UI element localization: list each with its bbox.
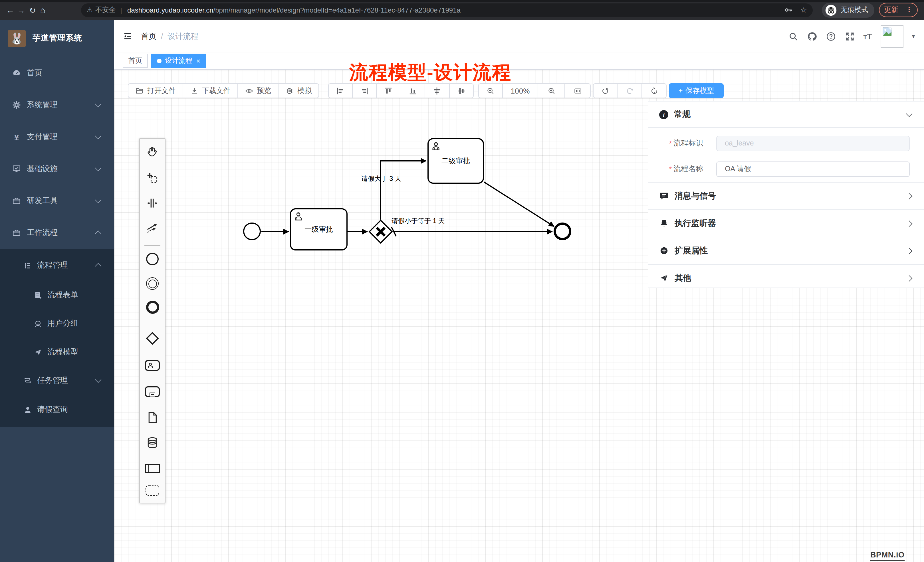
tab-close-icon[interactable]: × [196,57,200,64]
bell-icon [659,219,669,228]
address-bar[interactable]: ⚠ 不安全 | dashboard.yudao.iocoder.cn/bpm/m… [81,3,813,17]
hand-tool[interactable] [145,145,160,160]
sidebar-item-task-mgmt[interactable]: 任务管理 [0,366,114,395]
folder-icon [135,87,144,95]
create-participant[interactable] [145,461,160,476]
create-user-task[interactable] [145,358,160,373]
search-icon[interactable] [788,31,798,41]
process-name-input[interactable] [716,161,910,177]
sidebar-item-devtools[interactable]: 研发工具 [0,185,114,217]
create-start-event[interactable] [145,252,160,267]
font-size-icon[interactable]: TT [863,32,872,40]
sidebar-item-process-form[interactable]: 流程表单 [0,281,114,309]
global-connect-tool[interactable] [145,220,160,235]
create-gateway[interactable] [145,331,160,346]
flow-label-gt3[interactable]: 请假大于 3 天 [361,175,402,183]
gateway-icon [146,332,159,345]
breadcrumb-home[interactable]: 首页 [141,31,156,41]
github-icon[interactable] [807,31,817,41]
help-icon[interactable] [825,31,836,41]
user-icon [23,405,32,414]
create-group[interactable] [145,483,160,498]
bpmn-io-logo[interactable]: BPMN.iO [870,551,904,561]
general-fields: * 流程标识 * 流程名称 [648,128,924,182]
save-model-button[interactable]: + 保存模型 [669,83,724,98]
bookmark-star-icon[interactable]: ☆ [801,6,807,14]
tab-design-process[interactable]: 设计流程 × [151,54,206,68]
create-end-event[interactable] [145,300,160,315]
browser-back-icon[interactable]: ← [5,5,15,15]
bpmn-canvas[interactable]: 打开文件 下载文件 预览 模拟 [114,70,924,562]
space-tool-icon [146,197,159,210]
zoom-in-button[interactable] [538,83,565,98]
lasso-icon [146,172,159,184]
app-title: 芋道管理系统 [33,33,82,43]
security-label[interactable]: 不安全 [95,5,116,15]
task-node-level2[interactable]: 二级审批 [428,138,484,184]
avatar[interactable] [880,25,903,48]
sidebar-item-workflow[interactable]: 工作流程 [0,217,114,249]
lasso-tool[interactable] [145,171,160,186]
sidebar-item-infra[interactable]: 基础设施 [0,153,114,185]
workflow-submenu: 流程管理 流程表单 用户分组 流程模型 [0,249,114,427]
gear-icon [12,100,21,109]
section-extension-attributes[interactable]: 扩展属性 [648,237,924,264]
field-label: 流程标识 [674,138,709,148]
sidebar-item-process-model[interactable]: 流程模型 [0,338,114,366]
browser-update-button[interactable]: 更新 ⋮ [879,3,918,17]
sidebar-item-leave-query[interactable]: 请假查询 [0,395,114,424]
sidebar-item-process-mgmt[interactable]: 流程管理 [0,250,114,281]
sidebar-item-system[interactable]: 系统管理 [0,89,114,121]
url-host: dashboard.yudao.iocoder.cn [127,6,213,14]
simulate-button[interactable]: 模拟 [279,83,319,98]
exclusive-gateway-node[interactable] [369,220,393,244]
face-icon [34,319,42,328]
section-execution-listeners[interactable]: 执行监听器 [648,210,924,237]
sidebar-collapse-icon[interactable] [123,32,132,40]
browser-forward-icon[interactable]: → [16,5,26,15]
password-key-icon[interactable] [784,6,793,14]
sidebar-item-payment[interactable]: ¥ 支付管理 [0,121,114,153]
section-other[interactable]: 其他 [648,264,924,292]
task-node-level1[interactable]: 一级审批 [290,208,348,250]
create-subprocess[interactable] [145,384,160,399]
browser-reload-icon[interactable]: ↻ [27,5,38,15]
space-tool[interactable] [145,196,160,211]
create-data-object[interactable] [145,410,160,425]
download-file-button[interactable]: 下载文件 [183,83,238,98]
active-dot-icon [157,58,162,63]
data-store-icon [146,436,159,449]
file-button-group: 打开文件 下载文件 预览 模拟 [128,83,319,98]
tab-home[interactable]: 首页 [123,54,148,68]
preview-button[interactable]: 预览 [238,83,279,98]
screen: ← → ↻ ⌂ ⚠ 不安全 | dashboard.yudao.iocoder.… [0,0,924,562]
field-process-key: * 流程标识 [648,135,924,151]
one-to-one-icon [573,87,582,95]
sidebar-item-home[interactable]: 首页 [0,57,114,89]
redo-button[interactable] [618,83,642,98]
browser-menu-icon[interactable]: ⋮ [906,6,913,14]
sidebar-item-label: 任务管理 [37,375,68,386]
align-left-button[interactable] [328,83,352,98]
restart-button[interactable] [642,83,667,98]
browser-home-icon[interactable]: ⌂ [38,5,48,15]
align-right-icon [360,87,369,95]
start-event-node[interactable] [243,223,261,240]
section-messages-signals[interactable]: 消息与信号 [648,182,924,210]
sidebar-item-user-group[interactable]: 用户分组 [0,309,114,338]
fullscreen-icon[interactable] [844,31,855,41]
flow-label-le1[interactable]: 请假小于等于 1 天 [392,217,445,225]
process-key-input [716,135,910,151]
undo-button[interactable] [593,83,618,98]
update-label[interactable]: 更新 [884,5,898,15]
section-general[interactable]: i 常规 [648,102,924,128]
pool-icon [145,464,160,473]
zoom-reset-button[interactable] [565,83,591,98]
security-warning-icon: ⚠ [87,6,93,14]
sidebar-item-label: 用户分组 [47,318,78,329]
create-intermediate-event[interactable] [145,276,160,291]
end-event-node[interactable] [554,223,571,240]
open-file-button[interactable]: 打开文件 [128,83,183,98]
create-data-store[interactable] [145,435,160,450]
avatar-caret-icon[interactable]: ▾ [912,33,915,39]
